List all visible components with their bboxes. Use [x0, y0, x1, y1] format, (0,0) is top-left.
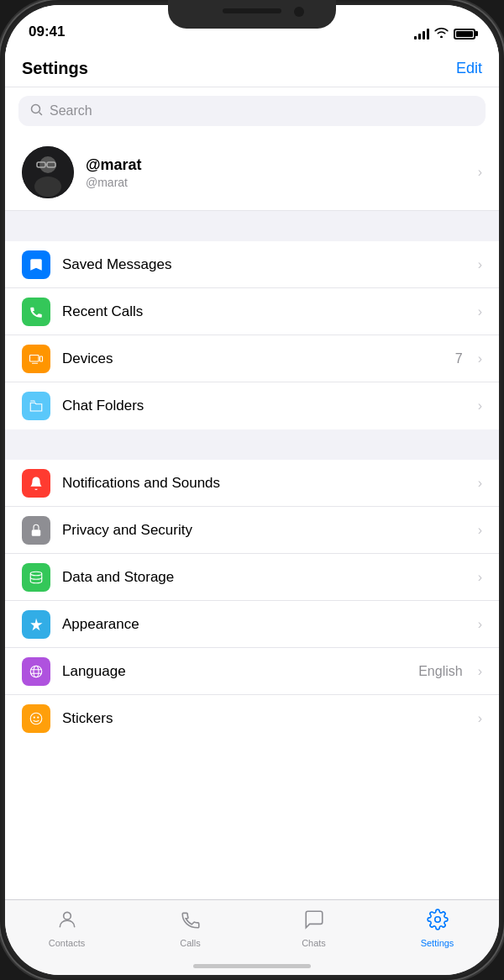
chat-folders-label: Chat Folders	[62, 398, 466, 414]
search-input[interactable]: Search	[50, 103, 92, 119]
settings-header: Settings Edit	[5, 47, 499, 87]
notifications-label: Notifications and Sounds	[62, 475, 466, 492]
svg-point-12	[30, 713, 42, 724]
settings-tab-icon	[427, 909, 449, 935]
screen-content: Settings Edit Search	[5, 47, 499, 899]
search-icon	[30, 103, 43, 119]
search-bar[interactable]: Search	[18, 96, 486, 126]
section-separator-2	[5, 429, 499, 460]
privacy-label: Privacy and Security	[62, 522, 466, 539]
contacts-tab-icon	[56, 909, 78, 935]
data-label: Data and Storage	[62, 569, 466, 586]
language-icon	[22, 657, 50, 686]
language-chevron-icon: ›	[478, 664, 482, 679]
signal-bars-icon	[414, 28, 429, 40]
avatar	[22, 146, 74, 198]
notifications-chevron-icon: ›	[478, 476, 482, 491]
speaker	[223, 8, 281, 13]
profile-handle: @marat	[86, 176, 466, 189]
tab-settings[interactable]: Settings	[375, 909, 499, 948]
language-value: English	[418, 664, 462, 679]
saved-messages-label: Saved Messages	[62, 256, 466, 273]
svg-point-5	[34, 177, 61, 197]
stickers-chevron-icon: ›	[478, 711, 482, 726]
appearance-icon	[22, 610, 50, 639]
tab-calls[interactable]: Calls	[129, 909, 252, 948]
profile-section[interactable]: @marat @marat ›	[5, 134, 499, 211]
svg-point-2	[39, 156, 56, 173]
settings-item-data[interactable]: Data and Storage ›	[5, 554, 499, 601]
calls-tab-label: Calls	[180, 938, 200, 948]
stickers-icon	[22, 704, 50, 733]
svg-point-16	[434, 917, 440, 923]
saved-messages-chevron-icon: ›	[478, 257, 482, 272]
appearance-chevron-icon: ›	[478, 617, 482, 632]
svg-rect-6	[30, 355, 39, 361]
devices-badge: 7	[455, 351, 463, 366]
profile-name: @marat	[86, 156, 466, 174]
status-time: 09:41	[29, 24, 65, 40]
devices-chevron-icon: ›	[478, 351, 482, 366]
settings-item-language[interactable]: Language English ›	[5, 648, 499, 695]
notch	[168, 0, 336, 29]
wifi-icon	[434, 27, 449, 40]
svg-point-11	[34, 666, 39, 677]
svg-rect-7	[40, 356, 43, 361]
settings-item-chat-folders[interactable]: Chat Folders ›	[5, 382, 499, 429]
avatar-image	[22, 146, 74, 198]
settings-item-recent-calls[interactable]: Recent Calls ›	[5, 288, 499, 335]
chats-tab-label: Chats	[302, 938, 326, 948]
contacts-tab-label: Contacts	[49, 938, 85, 948]
tab-chats[interactable]: Chats	[252, 909, 375, 948]
profile-info: @marat @marat	[86, 156, 466, 189]
settings-item-devices[interactable]: Devices 7 ›	[5, 335, 499, 382]
edit-button[interactable]: Edit	[456, 60, 482, 77]
chat-folders-chevron-icon: ›	[478, 398, 482, 414]
section-2-list: Notifications and Sounds › Privacy and S…	[5, 460, 499, 742]
recent-calls-chevron-icon: ›	[478, 304, 482, 319]
data-icon	[22, 563, 50, 592]
stickers-label: Stickers	[62, 710, 466, 727]
data-chevron-icon: ›	[478, 570, 482, 585]
privacy-icon	[22, 516, 50, 545]
status-icons	[414, 27, 475, 40]
page-title: Settings	[22, 59, 88, 78]
language-label: Language	[62, 663, 407, 680]
privacy-chevron-icon: ›	[478, 523, 482, 538]
settings-item-saved-messages[interactable]: Saved Messages ›	[5, 241, 499, 288]
settings-item-stickers[interactable]: Stickers ›	[5, 695, 499, 742]
settings-item-notifications[interactable]: Notifications and Sounds ›	[5, 460, 499, 507]
calls-tab-icon	[180, 909, 202, 935]
chats-tab-icon	[303, 909, 325, 935]
notifications-icon	[22, 469, 50, 498]
svg-point-0	[32, 105, 40, 113]
appearance-label: Appearance	[62, 616, 466, 633]
phone-inner: 09:41	[5, 5, 499, 975]
svg-point-14	[37, 716, 39, 718]
settings-item-privacy[interactable]: Privacy and Security ›	[5, 507, 499, 554]
home-indicator	[193, 964, 311, 968]
search-container: Search	[5, 87, 499, 134]
svg-rect-8	[32, 530, 41, 536]
settings-item-appearance[interactable]: Appearance ›	[5, 601, 499, 648]
profile-chevron-icon: ›	[478, 165, 482, 180]
svg-point-13	[34, 716, 35, 718]
section-separator-1	[5, 211, 499, 241]
svg-point-15	[63, 912, 71, 919]
phone-frame: 09:41	[0, 0, 504, 980]
battery-icon	[454, 29, 475, 40]
section-1-list: Saved Messages › Recent Calls › Devices …	[5, 241, 499, 429]
settings-tab-label: Settings	[421, 938, 454, 948]
recent-calls-icon	[22, 298, 50, 326]
devices-icon	[22, 345, 50, 373]
tab-contacts[interactable]: Contacts	[5, 909, 129, 948]
devices-label: Devices	[62, 350, 444, 367]
svg-point-9	[30, 572, 42, 576]
chat-folders-icon	[22, 392, 50, 420]
svg-point-10	[30, 666, 42, 677]
saved-messages-icon	[22, 250, 50, 279]
recent-calls-label: Recent Calls	[62, 303, 466, 320]
camera	[294, 7, 304, 17]
